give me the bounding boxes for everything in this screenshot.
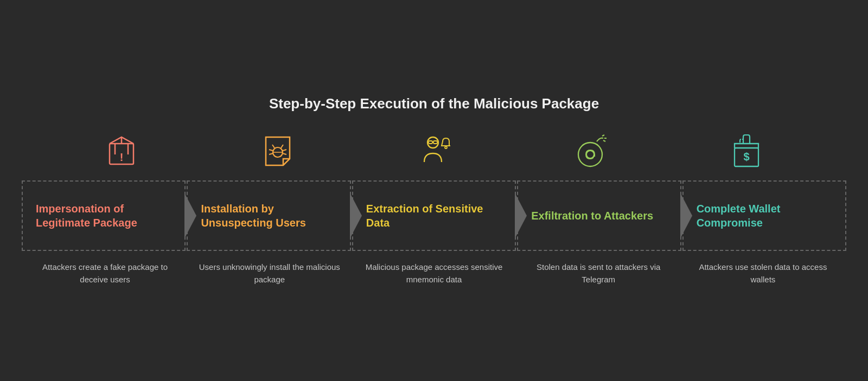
svg-line-10 [283, 150, 286, 151]
package-warning-icon: ! [102, 132, 141, 171]
chevron-flow: Impersonation of Legitimate Package Inst… [22, 180, 846, 251]
svg-text:$: $ [743, 151, 749, 163]
svg-rect-15 [433, 141, 437, 144]
step-label-3: Extraction of Sensitive Data [366, 202, 502, 230]
step-label-2: Installation by Unsuspecting Users [201, 202, 336, 230]
file-bug-icon [258, 132, 297, 171]
svg-rect-14 [429, 141, 432, 144]
descriptions-row: Attackers create a fake package to decei… [22, 261, 846, 286]
step-label-1: Impersonation of Legitimate Package [36, 202, 171, 230]
step-block-4: Exfiltration to Attackers [517, 180, 681, 251]
icon-cell-3 [380, 132, 488, 171]
step-block-2: Installation by Unsuspecting Users [187, 180, 350, 251]
desc-cell-3: Malicious package accesses sensitive mne… [352, 261, 516, 286]
desc-cell-5: Attackers use stolen data to access wall… [681, 261, 845, 286]
svg-text:!: ! [120, 151, 124, 163]
svg-line-7 [281, 145, 283, 148]
svg-line-21 [603, 140, 605, 141]
spy-alert-icon [414, 132, 454, 171]
svg-point-18 [445, 146, 447, 148]
icons-row: ! [22, 132, 846, 171]
main-container: Step-by-Step Execution of the Malicious … [22, 95, 846, 286]
svg-line-9 [269, 153, 273, 154]
svg-line-6 [272, 145, 275, 148]
svg-line-8 [269, 150, 273, 151]
icon-cell-5: $ [692, 132, 801, 171]
step-label-5: Complete Wallet Compromise [697, 202, 832, 230]
icon-cell-2 [224, 132, 332, 171]
svg-line-11 [283, 153, 286, 154]
page-title: Step-by-Step Execution of the Malicious … [269, 95, 599, 112]
icon-cell-4 [536, 132, 644, 171]
step-block-3: Extraction of Sensitive Data [352, 180, 516, 251]
step-block-5: Complete Wallet Compromise [682, 180, 846, 251]
step-label-4: Exfiltration to Attackers [531, 209, 667, 223]
desc-cell-4: Stolen data is sent to attackers via Tel… [516, 261, 681, 286]
step-block-1: Impersonation of Legitimate Package [22, 180, 186, 251]
bomb-at-icon [571, 132, 610, 171]
svg-point-22 [578, 143, 602, 166]
wallet-compromise-icon: $ [727, 132, 766, 171]
flow-section: ! [22, 132, 846, 286]
icon-cell-1: ! [67, 132, 176, 171]
desc-cell-1: Attackers create a fake package to decei… [23, 261, 187, 286]
svg-line-19 [602, 135, 604, 136]
desc-cell-2: Users unknowingly install the malicious … [187, 261, 352, 286]
